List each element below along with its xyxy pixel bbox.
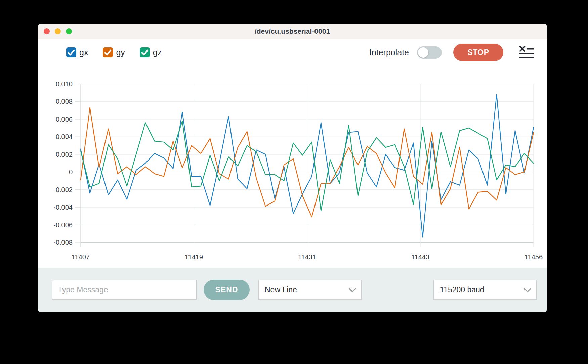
x-axis-tick-label: 11419 — [185, 253, 203, 261]
y-axis-tick-label: -0.002 — [53, 186, 73, 193]
series-label: gz — [153, 48, 162, 57]
series-label: gx — [79, 48, 88, 57]
chevron-down-icon — [349, 285, 356, 292]
toggle-knob — [418, 47, 428, 58]
y-axis-tick-label: -0.004 — [53, 203, 73, 211]
toolbar: gx gy gz Interpolate STOP — [66, 43, 534, 62]
y-axis-tick-label: 0.008 — [56, 98, 73, 105]
maximize-button[interactable] — [66, 28, 72, 34]
x-axis-tick-label: 11456 — [524, 253, 543, 261]
series-toggle-item[interactable]: gx — [66, 47, 88, 57]
close-button[interactable] — [44, 28, 50, 34]
checkmark-icon — [66, 47, 76, 57]
minimize-button[interactable] — [55, 28, 61, 34]
interpolate-label: Interpolate — [369, 48, 409, 57]
chevron-down-icon — [524, 285, 532, 292]
y-axis-tick-label: 0.006 — [56, 116, 73, 123]
series-checkbox-gx[interactable] — [66, 47, 76, 57]
y-axis-tick-label: -0.006 — [53, 221, 73, 229]
series-checkbox-gz[interactable] — [140, 47, 150, 57]
y-axis-tick-label: 0.004 — [56, 133, 73, 140]
series-toggle-item[interactable]: gy — [103, 47, 125, 57]
traffic-lights — [44, 28, 72, 34]
y-axis-tick-label: 0 — [69, 168, 73, 176]
checkmark-icon — [103, 47, 113, 57]
line-ending-value: New Line — [265, 285, 297, 294]
send-button[interactable]: SEND — [204, 280, 250, 300]
titlebar: /dev/cu.usbserial-0001 — [38, 24, 547, 39]
log-list-icon[interactable] — [519, 46, 534, 59]
series-label: gy — [116, 48, 125, 57]
series-checkbox-gy[interactable] — [103, 47, 113, 57]
series-toggle-item[interactable]: gz — [140, 47, 162, 57]
interpolate-toggle[interactable] — [417, 46, 442, 59]
baud-rate-value: 115200 baud — [440, 285, 485, 294]
checkmark-icon — [140, 47, 150, 57]
y-axis-tick-label: -0.008 — [53, 239, 73, 246]
toolbar-right: Interpolate STOP — [369, 44, 534, 61]
stop-button[interactable]: STOP — [453, 44, 503, 61]
baud-rate-select[interactable]: 115200 baud — [433, 280, 537, 300]
line-chart: 0.0100.0080.0060.0040.0020-0.002-0.004-0… — [38, 62, 547, 268]
window-title: /dev/cu.usbserial-0001 — [38, 24, 547, 39]
line-ending-select[interactable]: New Line — [258, 280, 362, 300]
message-input[interactable] — [52, 280, 197, 300]
x-axis-tick-label: 11407 — [72, 253, 90, 261]
bottom-bar: SEND New Line 115200 baud — [38, 268, 547, 312]
x-axis-tick-label: 11431 — [298, 253, 316, 261]
x-axis-tick-label: 11443 — [411, 253, 429, 261]
y-axis-tick-label: 0.002 — [56, 151, 73, 158]
y-axis-tick-label: 0.010 — [56, 80, 73, 88]
app-window: /dev/cu.usbserial-0001 gx gy gz Interpol… — [38, 24, 547, 312]
series-toggles: gx gy gz — [66, 47, 162, 57]
